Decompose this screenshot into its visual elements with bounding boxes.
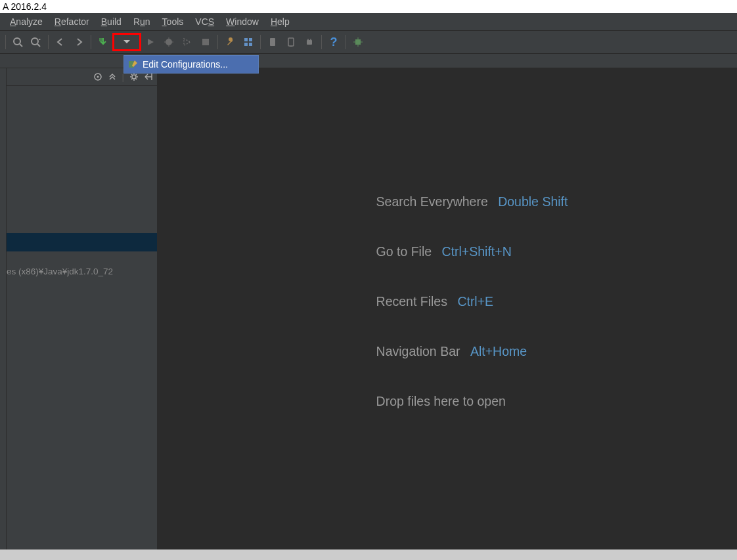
hint-nav-key: Alt+Home (470, 344, 527, 358)
project-tree[interactable]: es (x86)¥Java¥jdk1.7.0_72 (7, 86, 157, 549)
debug-icon[interactable] (160, 33, 178, 51)
svg-rect-14 (270, 38, 275, 46)
svg-point-17 (307, 39, 309, 40)
cpu-icon[interactable] (349, 33, 367, 51)
run-config-dropdown-menu[interactable]: Edit Configurations... (123, 55, 259, 74)
separator (48, 35, 49, 49)
hint-recent-key: Ctrl+E (457, 294, 493, 309)
menu-window[interactable]: Window (220, 14, 265, 29)
svg-text:•: • (39, 37, 41, 42)
separator (91, 35, 91, 49)
window-title: A 2016.2.4 (3, 1, 47, 12)
menu-help[interactable]: Help (265, 14, 296, 29)
edit-config-icon (128, 59, 139, 70)
separator (217, 35, 218, 49)
svg-point-18 (310, 39, 311, 40)
menu-bar: Analyze Refactor Build Run Tools VCS Win… (0, 13, 737, 31)
body: | es (x86)¥Java¥jdk1.7.0_72 Search Every… (0, 68, 737, 549)
hide-icon[interactable] (144, 72, 153, 81)
project-panel: | es (x86)¥Java¥jdk1.7.0_72 (7, 68, 157, 549)
svg-rect-12 (244, 43, 248, 46)
locate-icon[interactable] (93, 72, 102, 81)
separator (346, 35, 346, 49)
stop-icon[interactable] (196, 33, 215, 51)
navigation-bar (0, 54, 737, 68)
run-icon[interactable] (141, 33, 160, 51)
wrench-icon[interactable] (221, 33, 239, 51)
menu-run[interactable]: Run (127, 14, 156, 29)
svg-point-0 (14, 38, 20, 45)
separator (321, 35, 322, 49)
hint-goto-key: Ctrl+Shift+N (442, 244, 512, 259)
svg-point-27 (132, 75, 136, 79)
run-config-dropdown[interactable] (112, 33, 141, 51)
hint-recent-label: Recent Files (376, 294, 447, 309)
svg-line-3 (37, 44, 40, 47)
edit-configurations-label: Edit Configurations... (143, 59, 228, 70)
forward-arrow-icon[interactable] (70, 33, 88, 51)
collapse-icon[interactable] (108, 72, 117, 81)
tree-jdk-label[interactable]: es (x86)¥Java¥jdk1.7.0_72 (7, 267, 113, 276)
tool-window-stripe[interactable] (0, 68, 7, 549)
project-structure-icon[interactable] (239, 33, 257, 51)
hint-nav-label: Navigation Bar (376, 344, 460, 358)
search-plus-icon[interactable]: • (27, 33, 45, 51)
footer (0, 549, 737, 560)
svg-line-1 (20, 44, 22, 47)
help-icon[interactable]: ? (324, 33, 343, 51)
svg-rect-9 (202, 39, 209, 45)
hint-drop-label: Drop files here to open (376, 394, 506, 408)
back-arrow-icon[interactable] (51, 33, 70, 51)
tree-selected-item[interactable] (7, 233, 157, 251)
svg-rect-11 (249, 38, 252, 41)
title-bar: A 2016.2.4 (0, 0, 737, 13)
separator (5, 35, 6, 49)
menu-vcs[interactable]: VCS (189, 14, 220, 29)
gear-icon[interactable] (129, 72, 139, 81)
svg-point-2 (32, 38, 38, 45)
hint-goto-label: Go to File (376, 244, 432, 259)
svg-rect-13 (249, 43, 252, 46)
hint-search-label: Search Everywhere (376, 194, 488, 209)
welcome-hints: Search Everywhere Double Shift Go to Fil… (376, 177, 568, 426)
svg-point-26 (97, 76, 99, 78)
avd-manager-icon[interactable] (282, 33, 300, 51)
menu-build[interactable]: Build (95, 14, 127, 29)
compile-icon[interactable] (94, 33, 112, 51)
svg-rect-16 (307, 40, 312, 45)
menu-analyze[interactable]: Analyze (4, 14, 49, 29)
editor-area[interactable]: Search Everywhere Double Shift Go to Fil… (157, 68, 737, 549)
svg-rect-10 (244, 38, 248, 41)
svg-rect-15 (288, 38, 294, 46)
svg-rect-19 (355, 39, 361, 45)
coverage-icon[interactable] (178, 33, 196, 51)
toolbar: • ? (0, 31, 737, 54)
search-icon[interactable] (9, 33, 27, 51)
separator (260, 35, 261, 49)
android-icon[interactable] (300, 33, 319, 51)
chevron-down-icon (123, 40, 130, 44)
menu-tools[interactable]: Tools (156, 14, 190, 29)
hint-search-key: Double Shift (498, 194, 568, 209)
menu-refactor[interactable]: Refactor (49, 14, 95, 29)
sdk-manager-icon[interactable] (263, 33, 282, 51)
svg-rect-5 (99, 38, 102, 41)
